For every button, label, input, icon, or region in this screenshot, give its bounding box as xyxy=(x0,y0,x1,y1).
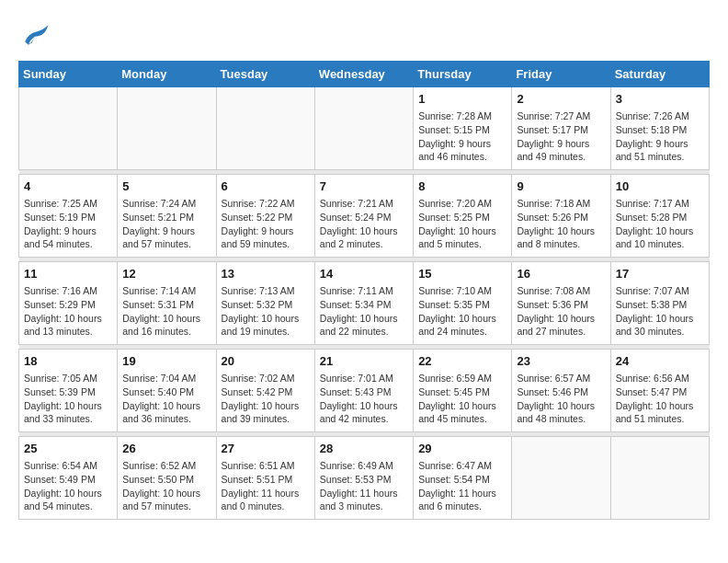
day-number: 13 xyxy=(222,266,310,282)
day-number: 11 xyxy=(24,266,112,282)
week-row-2: 4Sunrise: 7:25 AMSunset: 5:19 PMDaylight… xyxy=(19,175,710,258)
day-info: Sunrise: 7:08 AMSunset: 5:36 PMDaylight:… xyxy=(517,284,605,339)
calendar-day-1: 1Sunrise: 7:28 AMSunset: 5:15 PMDaylight… xyxy=(414,87,512,170)
day-info: Sunrise: 7:22 AMSunset: 5:22 PMDaylight:… xyxy=(222,197,310,251)
calendar-day-empty xyxy=(610,437,709,520)
week-row-5: 25Sunrise: 6:54 AMSunset: 5:49 PMDayligh… xyxy=(19,437,710,520)
calendar-day-10: 10Sunrise: 7:17 AMSunset: 5:28 PMDayligh… xyxy=(610,175,709,258)
calendar-day-7: 7Sunrise: 7:21 AMSunset: 5:24 PMDaylight… xyxy=(314,175,413,258)
day-info: Sunrise: 7:27 AMSunset: 5:17 PMDaylight:… xyxy=(517,109,605,164)
calendar-day-3: 3Sunrise: 7:26 AMSunset: 5:18 PMDaylight… xyxy=(610,87,709,170)
calendar-day-empty xyxy=(216,87,314,170)
weekday-header-wednesday: Wednesday xyxy=(314,62,413,87)
day-number: 26 xyxy=(122,441,210,457)
day-number: 15 xyxy=(418,266,506,282)
day-info: Sunrise: 7:26 AMSunset: 5:18 PMDaylight:… xyxy=(616,109,704,164)
calendar-day-16: 16Sunrise: 7:08 AMSunset: 5:36 PMDayligh… xyxy=(512,262,610,345)
day-info: Sunrise: 7:07 AMSunset: 5:38 PMDaylight:… xyxy=(616,284,704,339)
weekday-header-thursday: Thursday xyxy=(414,62,512,87)
day-info: Sunrise: 7:28 AMSunset: 5:15 PMDaylight:… xyxy=(418,109,506,164)
calendar-day-5: 5Sunrise: 7:24 AMSunset: 5:21 PMDaylight… xyxy=(118,175,216,258)
week-row-3: 11Sunrise: 7:16 AMSunset: 5:29 PMDayligh… xyxy=(19,262,710,345)
day-number: 19 xyxy=(122,353,210,370)
calendar-day-empty xyxy=(512,437,610,520)
calendar-day-27: 27Sunrise: 6:51 AMSunset: 5:51 PMDayligh… xyxy=(216,437,314,520)
day-info: Sunrise: 7:20 AMSunset: 5:25 PMDaylight:… xyxy=(418,197,506,251)
day-info: Sunrise: 6:47 AMSunset: 5:54 PMDaylight:… xyxy=(418,459,506,513)
calendar-day-19: 19Sunrise: 7:04 AMSunset: 5:40 PMDayligh… xyxy=(118,350,216,432)
calendar-day-18: 18Sunrise: 7:05 AMSunset: 5:39 PMDayligh… xyxy=(19,350,118,432)
weekday-header-tuesday: Tuesday xyxy=(216,62,314,87)
calendar-day-11: 11Sunrise: 7:16 AMSunset: 5:29 PMDayligh… xyxy=(19,262,118,345)
calendar-day-12: 12Sunrise: 7:14 AMSunset: 5:31 PMDayligh… xyxy=(118,262,216,345)
calendar-day-28: 28Sunrise: 6:49 AMSunset: 5:53 PMDayligh… xyxy=(314,437,413,520)
calendar-day-23: 23Sunrise: 6:57 AMSunset: 5:46 PMDayligh… xyxy=(512,350,610,432)
day-number: 18 xyxy=(24,353,112,370)
calendar-day-15: 15Sunrise: 7:10 AMSunset: 5:35 PMDayligh… xyxy=(414,262,512,345)
calendar-day-empty xyxy=(118,87,216,170)
calendar-day-20: 20Sunrise: 7:02 AMSunset: 5:42 PMDayligh… xyxy=(216,350,314,432)
day-number: 9 xyxy=(517,178,605,195)
day-number: 22 xyxy=(418,353,506,370)
day-info: Sunrise: 6:54 AMSunset: 5:49 PMDaylight:… xyxy=(24,459,112,513)
calendar-day-29: 29Sunrise: 6:47 AMSunset: 5:54 PMDayligh… xyxy=(414,437,512,520)
day-info: Sunrise: 7:11 AMSunset: 5:34 PMDaylight:… xyxy=(320,284,408,339)
day-info: Sunrise: 7:05 AMSunset: 5:39 PMDaylight:… xyxy=(24,372,112,426)
calendar-day-empty xyxy=(19,87,118,170)
day-info: Sunrise: 7:18 AMSunset: 5:26 PMDaylight:… xyxy=(517,197,605,251)
logo-icon xyxy=(18,18,51,52)
day-info: Sunrise: 7:13 AMSunset: 5:32 PMDaylight:… xyxy=(222,284,310,339)
day-info: Sunrise: 7:14 AMSunset: 5:31 PMDaylight:… xyxy=(122,284,210,339)
logo xyxy=(18,18,57,52)
day-info: Sunrise: 7:17 AMSunset: 5:28 PMDaylight:… xyxy=(616,197,704,251)
day-info: Sunrise: 7:25 AMSunset: 5:19 PMDaylight:… xyxy=(24,197,112,251)
weekday-header-sunday: Sunday xyxy=(19,62,118,87)
day-info: Sunrise: 7:02 AMSunset: 5:42 PMDaylight:… xyxy=(222,372,310,426)
week-row-1: 1Sunrise: 7:28 AMSunset: 5:15 PMDaylight… xyxy=(19,87,710,170)
day-number: 3 xyxy=(616,91,704,108)
day-number: 6 xyxy=(222,178,310,195)
day-info: Sunrise: 6:52 AMSunset: 5:50 PMDaylight:… xyxy=(122,459,210,513)
day-info: Sunrise: 6:51 AMSunset: 5:51 PMDaylight:… xyxy=(222,459,310,513)
day-info: Sunrise: 7:04 AMSunset: 5:40 PMDaylight:… xyxy=(122,372,210,426)
day-number: 4 xyxy=(24,178,112,195)
day-number: 8 xyxy=(418,178,506,195)
day-number: 10 xyxy=(616,178,704,195)
weekday-header-row: SundayMondayTuesdayWednesdayThursdayFrid… xyxy=(19,62,710,87)
page-header xyxy=(18,18,710,52)
day-info: Sunrise: 6:56 AMSunset: 5:47 PMDaylight:… xyxy=(616,372,704,426)
day-number: 25 xyxy=(24,441,112,457)
day-number: 24 xyxy=(616,353,704,370)
calendar-day-6: 6Sunrise: 7:22 AMSunset: 5:22 PMDaylight… xyxy=(216,175,314,258)
calendar-day-24: 24Sunrise: 6:56 AMSunset: 5:47 PMDayligh… xyxy=(610,350,709,432)
weekday-header-saturday: Saturday xyxy=(610,62,709,87)
day-number: 28 xyxy=(320,441,408,457)
calendar-day-14: 14Sunrise: 7:11 AMSunset: 5:34 PMDayligh… xyxy=(314,262,413,345)
calendar-day-17: 17Sunrise: 7:07 AMSunset: 5:38 PMDayligh… xyxy=(610,262,709,345)
day-number: 23 xyxy=(517,353,605,370)
calendar-day-2: 2Sunrise: 7:27 AMSunset: 5:17 PMDaylight… xyxy=(512,87,610,170)
day-number: 1 xyxy=(418,91,506,108)
calendar-day-empty xyxy=(314,87,413,170)
week-row-4: 18Sunrise: 7:05 AMSunset: 5:39 PMDayligh… xyxy=(19,350,710,432)
day-number: 17 xyxy=(616,266,704,282)
calendar-day-4: 4Sunrise: 7:25 AMSunset: 5:19 PMDaylight… xyxy=(19,175,118,258)
day-number: 20 xyxy=(222,353,310,370)
day-number: 2 xyxy=(517,91,605,108)
day-number: 29 xyxy=(418,441,506,457)
day-info: Sunrise: 6:49 AMSunset: 5:53 PMDaylight:… xyxy=(320,459,408,513)
day-number: 12 xyxy=(122,266,210,282)
calendar-table: SundayMondayTuesdayWednesdayThursdayFrid… xyxy=(18,61,710,520)
day-info: Sunrise: 7:24 AMSunset: 5:21 PMDaylight:… xyxy=(122,197,210,251)
day-number: 7 xyxy=(320,178,408,195)
calendar-day-21: 21Sunrise: 7:01 AMSunset: 5:43 PMDayligh… xyxy=(314,350,413,432)
day-number: 27 xyxy=(222,441,310,457)
weekday-header-monday: Monday xyxy=(118,62,216,87)
day-info: Sunrise: 7:10 AMSunset: 5:35 PMDaylight:… xyxy=(418,284,506,339)
calendar-day-8: 8Sunrise: 7:20 AMSunset: 5:25 PMDaylight… xyxy=(414,175,512,258)
day-info: Sunrise: 6:59 AMSunset: 5:45 PMDaylight:… xyxy=(418,372,506,426)
day-info: Sunrise: 7:01 AMSunset: 5:43 PMDaylight:… xyxy=(320,372,408,426)
calendar-day-13: 13Sunrise: 7:13 AMSunset: 5:32 PMDayligh… xyxy=(216,262,314,345)
day-number: 14 xyxy=(320,266,408,282)
calendar-day-22: 22Sunrise: 6:59 AMSunset: 5:45 PMDayligh… xyxy=(414,350,512,432)
